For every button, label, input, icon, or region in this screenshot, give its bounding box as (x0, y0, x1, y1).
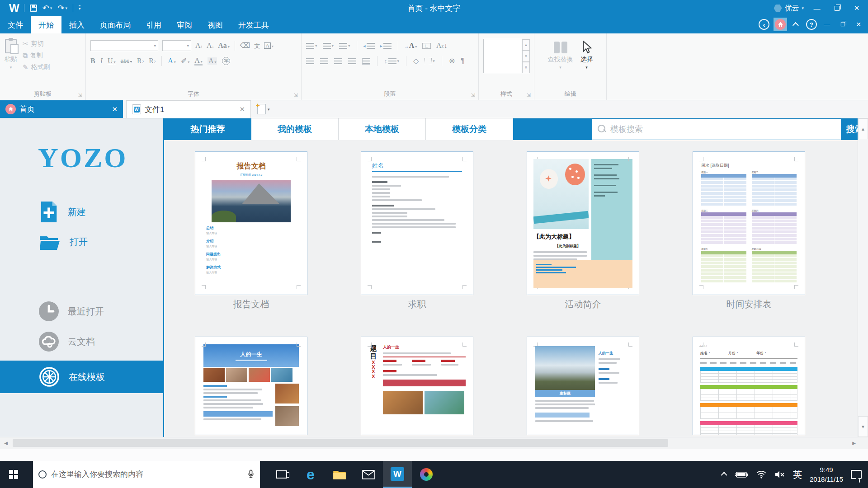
paragraph-settings-icon[interactable]: ⊜ (449, 57, 455, 65)
highlight-button[interactable]: A▾ (168, 57, 176, 65)
template-search-input[interactable] (610, 125, 835, 134)
template-card-event[interactable]: 【此为大标题】 【此为副标题】 (527, 151, 639, 295)
shrink-font-button[interactable]: A↓ (207, 42, 214, 49)
decrease-indent-button[interactable]: ◂ (363, 43, 375, 49)
horizontal-scrollbar[interactable]: ◀ ▶ (0, 437, 868, 449)
subscript-button[interactable]: R2 (137, 57, 144, 65)
scroll-down-icon[interactable]: ▼ (858, 416, 868, 437)
chevron-down-icon[interactable]: ▾ (50, 6, 52, 10)
close-icon[interactable]: ✕ (239, 105, 245, 113)
font-name-combobox[interactable]: ▾ (90, 40, 158, 51)
sidebar-item-open[interactable]: 打开 (39, 232, 88, 251)
align-left-button[interactable] (306, 58, 314, 64)
template-card-life[interactable]: 人的一生 (195, 337, 307, 435)
scroll-left-icon[interactable]: ◀ (1, 438, 11, 448)
minimize-button[interactable]: — (810, 5, 824, 12)
edge-browser-button[interactable]: e (296, 461, 325, 488)
close-button[interactable]: ✕ (850, 4, 863, 12)
taskbar-search-input[interactable] (51, 470, 243, 479)
wifi-icon[interactable] (756, 470, 767, 479)
scroll-up-icon[interactable]: ▲ (858, 118, 868, 139)
bold-button[interactable]: B (90, 57, 95, 65)
chevron-down-icon[interactable]: ▾ (65, 6, 67, 10)
chevron-down-icon[interactable]: ▾ (10, 65, 12, 70)
template-card-topic[interactable]: 题目 XXXX 人的一生 (361, 337, 473, 435)
tab-review[interactable]: 审阅 (169, 16, 200, 33)
tab-my-templates[interactable]: 我的模板 (251, 118, 339, 140)
doc-tab-document1[interactable]: W 文件1 ✕ (126, 100, 251, 118)
start-button[interactable] (0, 461, 27, 488)
volume-muted-icon[interactable] (774, 470, 785, 479)
char-shading-button[interactable]: A▾ (208, 57, 217, 65)
align-center-button[interactable] (320, 58, 328, 64)
sidebar-item-recent[interactable]: 最近打开 (39, 301, 104, 321)
home-button[interactable] (774, 18, 787, 31)
paint-app-button[interactable] (412, 461, 441, 488)
vertical-scrollbar[interactable]: ▲ ▼ (858, 118, 868, 437)
file-explorer-button[interactable] (325, 461, 354, 488)
tab-file[interactable]: 文件 (0, 16, 31, 33)
pilcrow-button[interactable]: ¶ (461, 57, 465, 65)
doc-close-button[interactable]: ✕ (853, 21, 864, 28)
dialog-launcher-icon[interactable]: ⇲ (294, 93, 298, 98)
template-card-schedule[interactable]: 周次 [选取日期] 星期一 星期二 星期三 星期四 星期五 星期六/日 (693, 151, 805, 295)
pen-color-button[interactable]: ✐▾ (181, 57, 189, 65)
justify-button[interactable] (348, 58, 356, 64)
customize-qat-button[interactable]: ▾ (79, 5, 81, 11)
align-right-button[interactable] (334, 58, 342, 64)
save-icon[interactable] (30, 5, 37, 12)
template-card-report[interactable]: 报告文档 汇报时间 2014.4.2 总结 输入内容 介绍 输入内容 问题提出 … (195, 151, 307, 295)
find-replace-button[interactable]: 查找替换 ▾ (548, 38, 573, 88)
template-card-main-title[interactable]: 主标题 人的一生 (527, 337, 639, 435)
bullet-list-button[interactable]: ▾ (306, 43, 317, 49)
collapse-ribbon-button[interactable] (791, 19, 802, 30)
action-center-icon[interactable] (851, 470, 862, 479)
chevron-down-icon[interactable]: ▾ (268, 107, 270, 112)
taskbar-search-box[interactable] (33, 461, 260, 488)
copy-button[interactable]: ⧉复制 (23, 52, 50, 60)
select-button[interactable]: 选择 ▾ (580, 38, 593, 88)
enclose-characters-button[interactable]: 字 (222, 57, 230, 65)
style-scroll-down-icon[interactable]: ▼ (522, 51, 530, 62)
phonetic-guide-button[interactable]: 文 (254, 43, 260, 49)
tab-references[interactable]: 引用 (138, 16, 169, 33)
character-border-button[interactable]: A▾ (264, 42, 274, 49)
superscript-button[interactable]: R2 (149, 57, 156, 65)
tab-stop-button[interactable]: ∟ (422, 43, 431, 49)
numbered-list-button[interactable]: ▾ (323, 43, 334, 49)
tab-local-templates[interactable]: 本地模板 (339, 118, 426, 140)
template-search-box[interactable] (592, 119, 841, 140)
style-gallery[interactable]: ▲ ▼ ⊽ (483, 39, 522, 73)
strikethrough-button[interactable]: abc▾ (121, 58, 132, 64)
sidebar-item-online-templates[interactable]: 在线模板 (0, 361, 163, 393)
template-card-resume[interactable]: 姓名 (361, 151, 473, 295)
distribute-button[interactable] (362, 58, 370, 65)
scroll-right-icon[interactable]: ▶ (849, 438, 859, 448)
sort-button[interactable]: AZ↓ (436, 42, 447, 49)
help-button[interactable]: ? (806, 19, 817, 30)
character-scale-button[interactable]: ↔A▾ (405, 42, 417, 49)
increase-indent-button[interactable]: ▸ (380, 43, 392, 49)
mail-button[interactable] (354, 461, 383, 488)
dialog-launcher-icon[interactable]: ⇲ (527, 93, 531, 98)
doc-restore-button[interactable] (837, 21, 849, 28)
redo-button[interactable]: ↷▾ (57, 3, 67, 13)
yozo-writer-taskbar-button[interactable]: W (383, 461, 412, 488)
grow-font-button[interactable]: A↑ (195, 42, 203, 49)
taskbar-clock[interactable]: 9:49 2018/11/15 (810, 465, 843, 484)
multilevel-list-button[interactable]: ▾ (339, 43, 350, 49)
ime-indicator[interactable]: 英 (793, 469, 802, 481)
dialog-launcher-icon[interactable]: ⇲ (78, 93, 82, 98)
microphone-icon[interactable] (247, 469, 255, 479)
tab-hot-recommend[interactable]: 热门推荐 (164, 118, 251, 140)
doc-tab-home[interactable]: 首页 ✕ (0, 100, 123, 118)
dialog-launcher-icon[interactable]: ⇲ (471, 93, 475, 98)
tab-home[interactable]: 开始 (31, 16, 61, 33)
clear-formatting-icon[interactable]: ⌫ (240, 42, 250, 49)
sidebar-item-cloud-docs[interactable]: 云文档 (39, 332, 95, 352)
cut-button[interactable]: ✂剪切 (23, 40, 50, 48)
font-size-combobox[interactable]: ▾ (162, 40, 191, 51)
underline-button[interactable]: U▾ (108, 57, 116, 65)
tab-view[interactable]: 视图 (200, 16, 231, 33)
close-icon[interactable]: ✕ (112, 105, 118, 113)
